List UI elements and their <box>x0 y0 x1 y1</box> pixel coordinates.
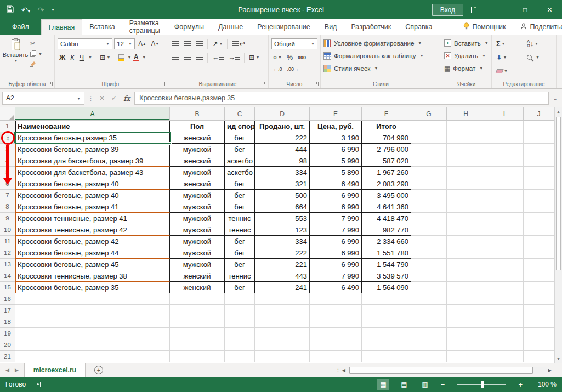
cell-J7[interactable] <box>524 190 554 201</box>
cell-I21[interactable] <box>485 351 524 362</box>
cell-F12[interactable]: 1 551 780 <box>362 247 411 259</box>
cell-D15[interactable]: 241 <box>255 282 310 293</box>
row-header-20[interactable]: 20 <box>0 339 15 351</box>
cell-H12[interactable] <box>447 247 485 259</box>
row-header-9[interactable]: 9 <box>0 213 15 224</box>
cell-G20[interactable] <box>411 339 447 351</box>
cell-B21[interactable] <box>170 351 225 362</box>
cell-E20[interactable] <box>310 339 362 351</box>
cell-J9[interactable] <box>524 213 554 224</box>
copy-button[interactable]: ▼ <box>30 49 42 58</box>
column-header-D[interactable]: D <box>255 107 310 121</box>
cell-I18[interactable] <box>485 316 524 328</box>
cell-A17[interactable] <box>15 305 170 316</box>
redo-icon[interactable]: ↷ <box>38 5 44 14</box>
cell-F13[interactable]: 1 544 790 <box>362 259 411 270</box>
cell-G5[interactable] <box>411 167 447 178</box>
macro-record-icon[interactable] <box>35 382 41 387</box>
name-box-splitter[interactable]: ⋮ <box>87 95 95 102</box>
cell-C4[interactable]: аскетбо <box>225 155 255 167</box>
cell-H14[interactable] <box>447 270 485 282</box>
cell-I7[interactable] <box>485 190 524 201</box>
zoom-level-label[interactable]: 100 % <box>532 380 557 388</box>
chevron-down-icon[interactable]: ▼ <box>142 55 146 59</box>
cell-J14[interactable] <box>524 270 554 282</box>
scroll-right-icon[interactable]: ▶ <box>547 368 553 373</box>
cell-G3[interactable] <box>411 144 447 155</box>
cell-J6[interactable] <box>524 178 554 190</box>
cell-G18[interactable] <box>411 316 447 328</box>
scroll-up-icon[interactable]: ▲ <box>555 107 562 116</box>
column-header-E[interactable]: E <box>310 107 362 121</box>
cell-F2[interactable]: 704 990 <box>362 132 411 144</box>
cell-B19[interactable] <box>170 328 225 339</box>
cell-E21[interactable] <box>310 351 362 362</box>
page-layout-view-button[interactable]: ▤ <box>398 379 410 390</box>
cell-I20[interactable] <box>485 339 524 351</box>
cell-A12[interactable]: Кроссовки беговые, размер 44 <box>15 247 170 259</box>
decrease-decimal-button[interactable]: .00→ <box>286 64 301 75</box>
cell-C3[interactable]: бег <box>225 144 255 155</box>
cell-C13[interactable]: бег <box>225 259 255 270</box>
column-header-I[interactable]: I <box>485 107 524 121</box>
cell-G16[interactable] <box>411 293 447 305</box>
row-header-10[interactable]: 10 <box>0 224 15 236</box>
tab-developer[interactable]: Разработчик <box>344 19 398 35</box>
cell-E17[interactable] <box>310 305 362 316</box>
cell-D14[interactable]: 443 <box>255 270 310 282</box>
cell-H4[interactable] <box>447 155 485 167</box>
cell-I4[interactable] <box>485 155 524 167</box>
cell-C18[interactable] <box>225 316 255 328</box>
row-header-16[interactable]: 16 <box>0 293 15 305</box>
format-cells-button[interactable]: ▦ Формат ▼ <box>444 62 489 75</box>
cell-I5[interactable] <box>485 167 524 178</box>
fill-handle[interactable] <box>169 142 172 145</box>
horizontal-scrollbar-thumb[interactable] <box>349 367 533 374</box>
cell-G19[interactable] <box>411 328 447 339</box>
cell-A16[interactable] <box>15 293 170 305</box>
cell-H10[interactable] <box>447 224 485 236</box>
decrease-font-size-button[interactable]: А▼ <box>149 38 160 49</box>
cell-H2[interactable] <box>447 132 485 144</box>
cell-H8[interactable] <box>447 201 485 213</box>
cell-H9[interactable] <box>447 213 485 224</box>
cell-B20[interactable] <box>170 339 225 351</box>
cell-I6[interactable] <box>485 178 524 190</box>
cell-C5[interactable]: аскетбо <box>225 167 255 178</box>
bold-button[interactable]: Ж <box>58 52 67 63</box>
cell-J20[interactable] <box>524 339 554 351</box>
format-painter-button[interactable] <box>30 60 42 69</box>
cell-I11[interactable] <box>485 236 524 247</box>
cell-F10[interactable]: 982 770 <box>362 224 411 236</box>
zoom-slider-thumb[interactable] <box>481 381 484 388</box>
cell-H6[interactable] <box>447 178 485 190</box>
accounting-format-button[interactable]: ¤▼ <box>271 52 283 63</box>
cell-G15[interactable] <box>411 282 447 293</box>
cell-E11[interactable]: 6 990 <box>310 236 362 247</box>
horizontal-scrollbar[interactable]: ⁞ ◀ ▶ <box>336 366 553 375</box>
tab-insert[interactable]: Вставка <box>82 19 122 35</box>
cell-J12[interactable] <box>524 247 554 259</box>
conditional-formatting-button[interactable]: Условное форматирование ▼ <box>323 37 439 49</box>
cell-B1[interactable]: Пол <box>170 121 225 132</box>
cell-A21[interactable] <box>15 351 170 362</box>
column-header-B[interactable]: B <box>170 107 225 121</box>
cell-B16[interactable] <box>170 293 225 305</box>
maximize-button[interactable]: □ <box>513 0 537 19</box>
cell-A20[interactable] <box>15 339 170 351</box>
cell-D19[interactable] <box>255 328 310 339</box>
share-button[interactable]: Поделиться <box>512 19 562 35</box>
row-header-21[interactable]: 21 <box>0 351 15 362</box>
increase-indent-button[interactable]: → <box>227 52 242 63</box>
cell-D11[interactable]: 334 <box>255 236 310 247</box>
cell-A11[interactable]: Кроссовки беговые, размер 42 <box>15 236 170 247</box>
cell-I3[interactable] <box>485 144 524 155</box>
comma-style-button[interactable]: 000 <box>296 52 308 63</box>
cell-B3[interactable]: мужской <box>170 144 225 155</box>
tab-home[interactable]: Главная <box>41 19 83 35</box>
cell-styles-button[interactable]: Стили ячеек ▼ <box>323 62 439 75</box>
horizontal-scroll-track[interactable] <box>347 367 547 374</box>
cell-H3[interactable] <box>447 144 485 155</box>
cell-J10[interactable] <box>524 224 554 236</box>
cell-I10[interactable] <box>485 224 524 236</box>
